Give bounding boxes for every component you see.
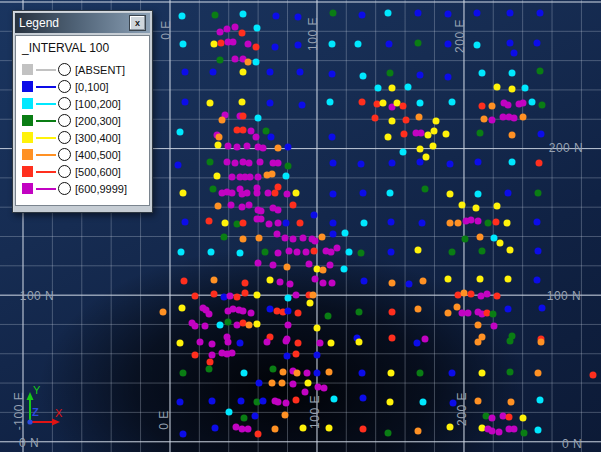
data-point[interactable]	[211, 41, 218, 48]
data-point[interactable]	[447, 220, 454, 227]
data-point[interactable]	[207, 359, 214, 366]
data-point[interactable]	[234, 144, 241, 151]
data-point[interactable]	[447, 424, 454, 431]
data-point[interactable]	[260, 145, 267, 152]
data-point[interactable]	[415, 306, 422, 313]
data-point[interactable]	[293, 397, 300, 404]
data-point[interactable]	[449, 249, 456, 256]
data-point[interactable]	[239, 30, 246, 37]
data-point[interactable]	[284, 191, 291, 198]
data-point[interactable]	[299, 102, 306, 109]
data-point[interactable]	[389, 160, 396, 167]
data-point[interactable]	[245, 59, 252, 66]
data-point[interactable]	[505, 102, 512, 109]
data-point[interactable]	[255, 115, 262, 122]
data-point[interactable]	[206, 311, 213, 318]
data-point[interactable]	[520, 100, 527, 107]
data-point[interactable]	[537, 397, 544, 404]
data-point[interactable]	[228, 202, 235, 209]
data-point[interactable]	[475, 191, 482, 198]
data-point[interactable]	[539, 102, 546, 109]
data-point[interactable]	[520, 114, 527, 121]
data-point[interactable]	[234, 294, 241, 301]
data-point[interactable]	[253, 59, 260, 66]
data-point[interactable]	[359, 12, 366, 19]
data-point[interactable]	[387, 70, 394, 77]
data-point[interactable]	[254, 292, 261, 299]
data-point[interactable]	[160, 309, 167, 316]
data-point[interactable]	[192, 323, 199, 330]
data-point[interactable]	[330, 10, 337, 17]
data-point[interactable]	[242, 280, 249, 287]
data-point[interactable]	[273, 13, 280, 20]
data-point[interactable]	[511, 115, 518, 122]
data-point[interactable]	[358, 161, 365, 168]
data-point[interactable]	[319, 234, 326, 241]
data-point[interactable]	[325, 313, 332, 320]
data-point[interactable]	[232, 56, 239, 63]
data-point[interactable]	[305, 380, 312, 387]
data-point[interactable]	[511, 50, 518, 57]
data-point[interactable]	[240, 236, 247, 243]
data-point[interactable]	[459, 202, 466, 209]
data-point[interactable]	[535, 427, 542, 434]
data-point[interactable]	[389, 118, 396, 125]
data-point[interactable]	[240, 308, 247, 315]
data-point[interactable]	[479, 70, 486, 77]
data-point[interactable]	[182, 99, 189, 106]
data-point[interactable]	[262, 249, 269, 256]
data-point[interactable]	[254, 321, 261, 328]
data-point[interactable]	[465, 310, 472, 317]
data-point[interactable]	[290, 381, 297, 388]
data-point[interactable]	[481, 116, 488, 123]
data-point[interactable]	[537, 10, 544, 17]
data-point[interactable]	[237, 340, 244, 347]
data-point[interactable]	[449, 99, 456, 106]
data-point[interactable]	[310, 292, 317, 299]
data-point[interactable]	[359, 370, 366, 377]
data-point[interactable]	[283, 400, 290, 407]
data-point[interactable]	[290, 202, 297, 209]
data-point[interactable]	[258, 208, 265, 215]
data-point[interactable]	[534, 277, 541, 284]
data-point[interactable]	[285, 144, 292, 151]
data-point[interactable]	[283, 220, 290, 227]
data-point[interactable]	[272, 44, 279, 51]
data-point[interactable]	[225, 143, 232, 150]
data-point[interactable]	[248, 310, 255, 317]
data-point[interactable]	[361, 278, 368, 285]
data-point[interactable]	[534, 40, 541, 47]
data-point[interactable]	[386, 41, 393, 48]
data-point[interactable]	[253, 134, 260, 141]
data-point[interactable]	[507, 338, 514, 345]
data-point[interactable]	[209, 398, 216, 405]
data-point[interactable]	[232, 160, 239, 167]
data-point[interactable]	[536, 160, 543, 167]
data-point[interactable]	[418, 130, 425, 137]
data-point[interactable]	[327, 99, 334, 106]
data-point[interactable]	[217, 29, 224, 36]
data-point[interactable]	[274, 231, 281, 238]
data-point[interactable]	[284, 353, 291, 360]
data-point[interactable]	[206, 366, 213, 373]
data-point[interactable]	[285, 308, 292, 315]
data-point[interactable]	[387, 399, 394, 406]
data-point[interactable]	[415, 10, 422, 17]
data-point[interactable]	[539, 305, 546, 312]
data-point[interactable]	[240, 220, 247, 227]
data-point[interactable]	[192, 352, 199, 359]
data-point[interactable]	[334, 245, 341, 252]
data-point[interactable]	[214, 173, 221, 180]
data-point[interactable]	[475, 322, 482, 329]
data-point[interactable]	[433, 118, 440, 125]
data-point[interactable]	[422, 186, 429, 193]
data-point[interactable]	[229, 350, 236, 357]
data-point[interactable]	[417, 159, 424, 166]
data-point[interactable]	[240, 127, 247, 134]
data-point[interactable]	[257, 159, 264, 166]
data-point[interactable]	[493, 219, 500, 226]
data-point[interactable]	[211, 291, 218, 298]
data-point[interactable]	[244, 190, 251, 197]
data-point[interactable]	[415, 247, 422, 254]
data-point[interactable]	[475, 159, 482, 166]
